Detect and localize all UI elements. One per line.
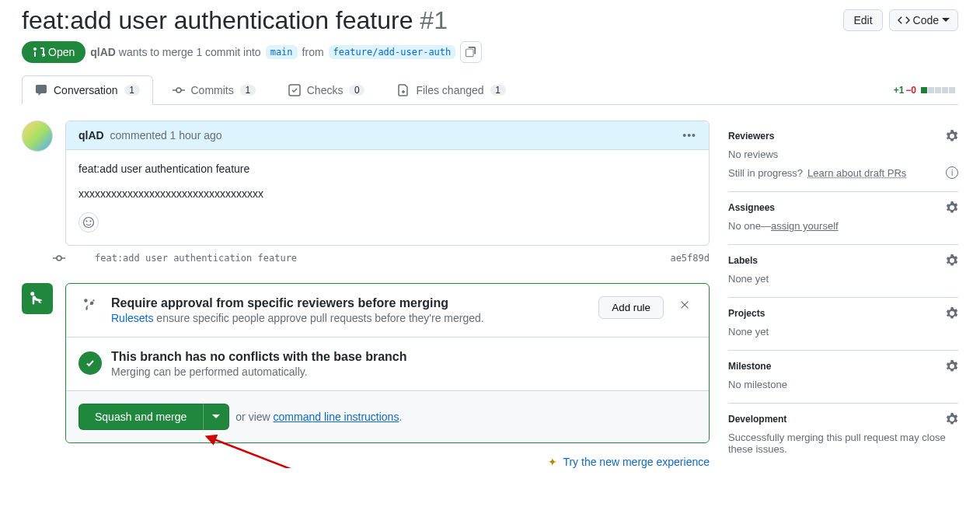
milestone-gear[interactable]	[946, 360, 958, 372]
tab-checks[interactable]: Checks 0	[275, 75, 378, 105]
code-button[interactable]: Code	[889, 9, 958, 31]
svg-point-2	[84, 218, 94, 228]
svg-point-0	[176, 88, 181, 93]
tab-conversation[interactable]: Conversation 1	[22, 75, 153, 105]
conflict-title: This branch has no conflicts with the ba…	[111, 350, 696, 364]
comment-icon	[35, 84, 47, 96]
copy-branch-button[interactable]	[460, 41, 482, 63]
milestone-none: No milestone	[728, 379, 958, 390]
labels-title: Labels	[728, 255, 758, 266]
diff-stat: +1 −0	[894, 85, 958, 96]
author-link[interactable]: qlAD	[90, 46, 116, 58]
add-rule-button[interactable]: Add rule	[598, 296, 664, 319]
gear-icon	[946, 307, 958, 320]
development-body: Successfully merging this pull request m…	[728, 432, 958, 455]
info-icon[interactable]: i	[946, 166, 958, 179]
gear-icon	[946, 201, 958, 214]
comment-author[interactable]: qlAD	[78, 129, 104, 142]
checks-count: 0	[349, 85, 364, 96]
commit-dot-icon	[53, 252, 65, 264]
avatar[interactable]	[22, 121, 53, 152]
rulesets-link[interactable]: Rulesets	[111, 312, 153, 324]
tab-commits[interactable]: Commits 1	[159, 75, 269, 105]
gear-icon	[946, 413, 958, 425]
reviewers-none: No reviews	[728, 149, 958, 160]
projects-title: Projects	[728, 308, 765, 319]
reviewers-gear[interactable]	[946, 130, 958, 142]
smiley-icon	[82, 216, 95, 229]
head-branch[interactable]: feature/add-user-auth	[329, 45, 456, 59]
svg-point-5	[57, 256, 61, 260]
assignees-gear[interactable]	[946, 201, 958, 214]
dismiss-rule-button[interactable]	[673, 296, 696, 313]
git-pull-request-icon	[33, 46, 45, 58]
cli-link[interactable]: command line instructions	[274, 411, 399, 423]
tab-files-changed[interactable]: Files changed 1	[384, 75, 518, 105]
comment-line-2: xxxxxxxxxxxxxxxxxxxxxxxxxxxxxxxxxx	[78, 187, 696, 200]
conflict-sub: Merging can be performed automatically.	[111, 365, 696, 378]
development-title: Development	[728, 414, 786, 425]
files-icon	[397, 84, 410, 96]
labels-none: None yet	[728, 273, 958, 285]
merge-method-dropdown[interactable]	[203, 404, 229, 430]
assign-yourself-link[interactable]: assign yourself	[771, 220, 839, 232]
milestone-title: Milestone	[728, 361, 771, 372]
rule-title: Require approval from specific reviewers…	[111, 296, 589, 310]
git-merge-icon	[30, 291, 45, 306]
commit-row: feat:add user authentication feature ae5…	[65, 246, 710, 271]
assignees-title: Assignees	[728, 202, 775, 213]
merge-badge	[22, 283, 53, 314]
comment-line-1: feat:add user authentication feature	[78, 163, 696, 175]
meta-text: qlAD wants to merge 1 commit into	[90, 46, 260, 58]
commits-count: 1	[240, 85, 256, 96]
caret-down-icon	[212, 414, 220, 419]
caret-down-icon	[942, 18, 950, 23]
squash-merge-button[interactable]: Squash and merge	[78, 404, 203, 430]
gear-icon	[946, 254, 958, 267]
comment-time[interactable]: 1 hour ago	[170, 129, 222, 142]
pr-number: #1	[420, 6, 448, 34]
files-count: 1	[490, 85, 506, 96]
branch-protect-icon	[83, 298, 97, 312]
base-branch[interactable]: main	[266, 45, 298, 59]
comment-menu[interactable]: •••	[682, 129, 696, 142]
pr-title-text: feat:add user authentication feature	[22, 6, 413, 34]
gear-icon	[946, 130, 958, 142]
edit-button[interactable]: Edit	[843, 9, 882, 31]
projects-none: None yet	[728, 326, 958, 337]
close-icon	[679, 299, 690, 310]
add-reaction-button[interactable]	[78, 212, 99, 233]
check-circle-icon	[78, 351, 102, 375]
pr-title: feat:add user authentication feature #1	[22, 6, 843, 35]
svg-point-3	[86, 221, 87, 222]
commit-sha[interactable]: ae5f89d	[670, 253, 710, 264]
commit-icon	[173, 84, 185, 96]
gear-icon	[946, 360, 958, 372]
checks-icon	[288, 84, 301, 96]
copy-icon	[466, 47, 476, 58]
state-badge: Open	[22, 41, 85, 63]
svg-point-4	[90, 221, 91, 222]
projects-gear[interactable]	[946, 307, 958, 320]
sparkle-icon: ✦	[548, 456, 557, 468]
development-gear[interactable]	[946, 413, 958, 425]
comment-box: qlAD commented 1 hour ago ••• feat:add u…	[65, 121, 710, 246]
conversation-count: 1	[124, 85, 140, 96]
try-new-merge: ✦ Try the new merge experience	[65, 456, 710, 468]
commit-message[interactable]: feat:add user authentication feature	[95, 253, 297, 264]
labels-gear[interactable]	[946, 254, 958, 267]
diff-bars	[921, 87, 955, 93]
reviewers-title: Reviewers	[728, 131, 774, 142]
try-new-merge-link[interactable]: Try the new merge experience	[563, 456, 710, 468]
draft-pr-link[interactable]: Learn about draft PRs	[807, 167, 906, 179]
code-icon	[898, 14, 910, 26]
